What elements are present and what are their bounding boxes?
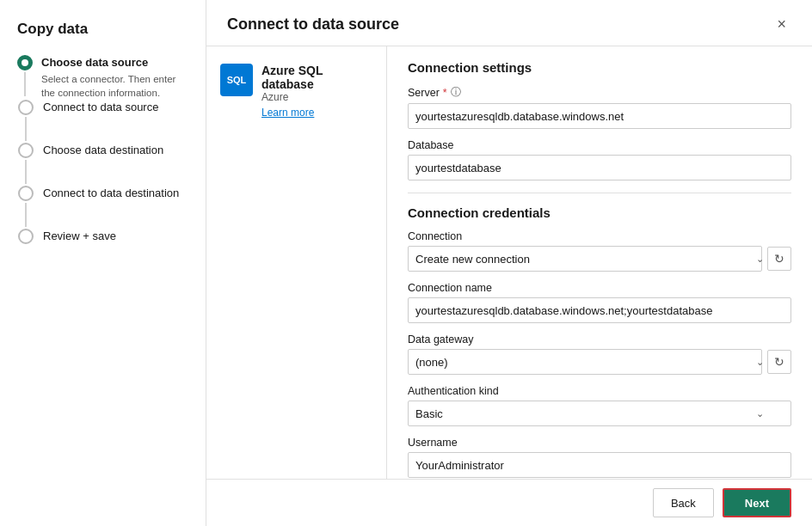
server-group: Server * ⓘ xyxy=(408,85,791,129)
auth-kind-select[interactable]: Basic xyxy=(408,401,791,426)
step-label-review-save: Review + save xyxy=(43,229,116,244)
step-label-choose-source: Choose data source xyxy=(41,55,192,70)
main-content: Connect to data source × SQL Azure SQL d… xyxy=(206,0,812,526)
connector-type: Azure xyxy=(261,91,372,103)
next-button[interactable]: Next xyxy=(723,488,791,517)
auth-kind-group: Authentication kind Basic ⌄ xyxy=(408,385,791,426)
back-button[interactable]: Back xyxy=(653,488,714,517)
connection-name-label: Connection name xyxy=(408,282,791,294)
connection-group: Connection Create new connection ⌄ ↻ xyxy=(408,230,791,272)
username-group: Username xyxy=(408,437,791,478)
server-required-star: * xyxy=(443,87,447,99)
data-gateway-group: Data gateway (none) ⌄ ↻ xyxy=(408,333,791,375)
sidebar-item-review-save: Review + save xyxy=(17,229,192,244)
step-line-4 xyxy=(25,203,27,227)
database-group: Database xyxy=(408,139,791,180)
connector-panel: SQL Azure SQL database Azure Learn more xyxy=(206,46,387,479)
connector-name: Azure SQL database xyxy=(261,64,372,91)
connector-info: SQL Azure SQL database Azure Learn more xyxy=(220,64,372,119)
step-circle-connect-source xyxy=(18,100,34,115)
settings-panel: Connection settings Server * ⓘ Database … xyxy=(387,46,812,479)
step-line-3 xyxy=(25,160,27,184)
modal-container: Copy data Choose data source Select a co… xyxy=(0,0,812,526)
connection-settings-title: Connection settings xyxy=(408,60,791,75)
connector-icon: SQL xyxy=(220,64,253,96)
step-line-2 xyxy=(25,117,27,141)
database-label: Database xyxy=(408,139,791,151)
connection-name-input[interactable] xyxy=(408,297,791,323)
step-circle-review-save xyxy=(18,229,34,244)
data-gateway-select[interactable]: (none) xyxy=(408,349,762,375)
connection-select[interactable]: Create new connection xyxy=(408,246,762,272)
step-label-connect-source: Connect to data source xyxy=(43,100,158,115)
server-input[interactable] xyxy=(408,103,791,129)
sidebar-item-choose-source: Choose data source Select a connector. T… xyxy=(17,55,192,100)
step-desc-choose-source: Select a connector. Then enter the conne… xyxy=(41,72,192,100)
close-button[interactable]: × xyxy=(772,14,791,35)
step-circle-connect-destination xyxy=(18,186,34,201)
username-label: Username xyxy=(408,437,791,449)
modal-title: Connect to data source xyxy=(227,15,399,34)
learn-more-link[interactable]: Learn more xyxy=(261,107,372,119)
server-info-icon: ⓘ xyxy=(451,85,461,100)
connection-name-group: Connection name xyxy=(408,282,791,323)
connection-credentials-title: Connection credentials xyxy=(408,205,791,220)
step-circle-choose-source xyxy=(17,55,33,70)
step-circle-choose-destination xyxy=(18,143,34,158)
sidebar-title: Copy data xyxy=(17,21,192,38)
sidebar: Copy data Choose data source Select a co… xyxy=(0,0,206,526)
main-header: Connect to data source × xyxy=(206,0,812,46)
connection-refresh-button[interactable]: ↻ xyxy=(767,247,791,271)
auth-kind-label: Authentication kind xyxy=(408,385,791,397)
server-label: Server * ⓘ xyxy=(408,85,791,100)
step-line-1 xyxy=(24,72,26,96)
modal-footer: Back Next xyxy=(206,479,812,526)
step-label-choose-destination: Choose data destination xyxy=(43,143,163,158)
section-divider xyxy=(408,193,791,193)
step-label-connect-destination: Connect to data destination xyxy=(43,186,179,201)
sidebar-item-connect-destination: Connect to data destination xyxy=(17,186,192,229)
sidebar-item-choose-destination: Choose data destination xyxy=(17,143,192,186)
sidebar-item-connect-source: Connect to data source xyxy=(17,100,192,143)
main-body: SQL Azure SQL database Azure Learn more … xyxy=(206,46,812,479)
data-gateway-refresh-button[interactable]: ↻ xyxy=(767,350,791,374)
username-input[interactable] xyxy=(408,452,791,478)
connection-label: Connection xyxy=(408,230,791,242)
data-gateway-label: Data gateway xyxy=(408,333,791,346)
database-input[interactable] xyxy=(408,155,791,180)
